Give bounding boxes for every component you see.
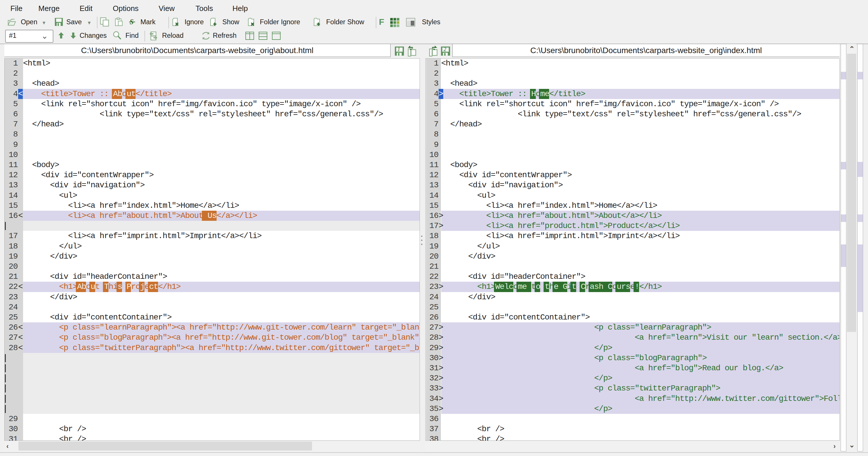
- svg-text:1: 1: [397, 47, 400, 52]
- svg-text:F: F: [379, 17, 384, 27]
- svg-text:2: 2: [443, 47, 446, 52]
